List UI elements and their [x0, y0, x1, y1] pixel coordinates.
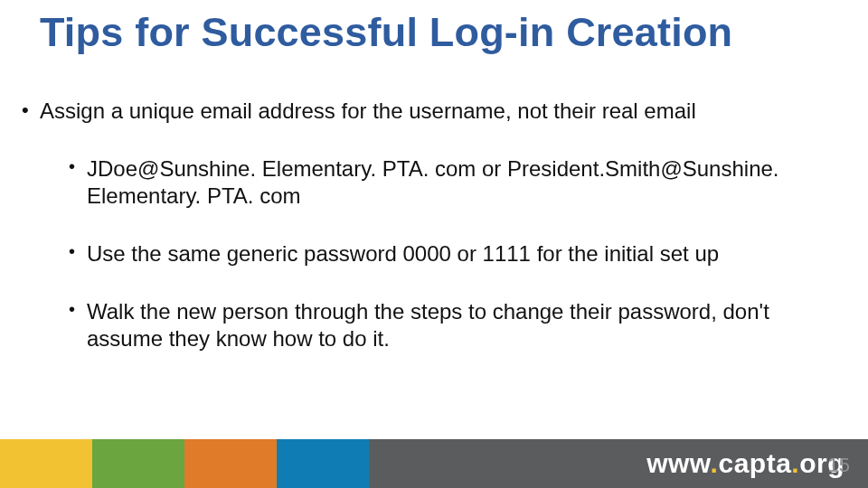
- stripe-blue: [277, 439, 369, 488]
- bullet-list-inner: JDoe@Sunshine. Elementary. PTA. com or P…: [40, 155, 850, 352]
- footer-url-mid: capta: [718, 448, 791, 478]
- bullet-sub-3: Walk the new person through the steps to…: [65, 298, 850, 352]
- slide-body: Assign a unique email address for the us…: [18, 98, 850, 383]
- footer-color-stripes: [0, 439, 369, 488]
- stripe-yellow: [0, 439, 92, 488]
- stripe-green: [92, 439, 184, 488]
- footer-bar: www.capta.org: [369, 439, 868, 488]
- bullet-list-outer: Assign a unique email address for the us…: [18, 98, 850, 352]
- stripe-orange: [184, 439, 277, 488]
- bullet-main-text: Assign a unique email address for the us…: [40, 99, 696, 123]
- dot-icon: .: [791, 448, 799, 478]
- slide-title: Tips for Successful Log-in Creation: [40, 9, 732, 56]
- page-number: 15: [828, 454, 850, 477]
- slide: Tips for Successful Log-in Creation Assi…: [0, 0, 868, 488]
- bullet-sub-2: Use the same generic password 0000 or 11…: [65, 240, 850, 267]
- bullet-sub-1: JDoe@Sunshine. Elementary. PTA. com or P…: [65, 155, 850, 210]
- footer-url: www.capta.org: [646, 448, 844, 479]
- footer-url-prefix: www: [646, 448, 710, 478]
- bullet-main: Assign a unique email address for the us…: [18, 98, 850, 352]
